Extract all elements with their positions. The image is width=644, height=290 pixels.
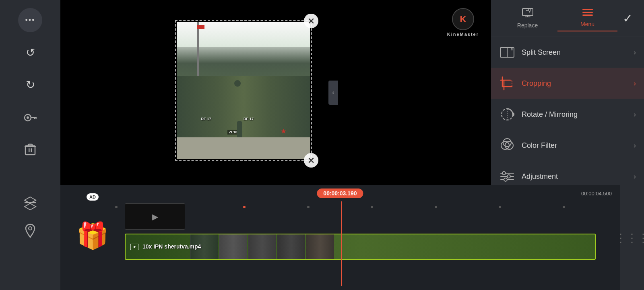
delete-button[interactable] [18, 137, 42, 161]
redo-button[interactable]: ↻ [18, 72, 42, 97]
svg-rect-9 [31, 148, 32, 152]
svg-rect-21 [504, 80, 512, 87]
svg-rect-4 [35, 117, 37, 119]
adjustment-arrow: › [634, 172, 636, 181]
crop-handle-bottom-right[interactable] [304, 153, 318, 168]
confirm-button[interactable]: ✓ [617, 8, 638, 29]
svg-rect-10 [522, 8, 533, 16]
tab-replace-label: Replace [517, 22, 538, 29]
svg-rect-12 [582, 9, 593, 10]
main-clip[interactable]: 10x IPN sherutva.mp4 [125, 234, 596, 260]
more-button[interactable]: ••• [18, 8, 42, 32]
video-preview-area: K KineMaster DF-17 DF-17 ZL103 ★ [60, 0, 491, 185]
svg-rect-5 [25, 146, 35, 155]
tab-menu-label: Menu [580, 21, 594, 27]
main-clip-label: 10x IPN sherutva.mp4 [130, 243, 201, 250]
menu-icon [582, 8, 593, 19]
key-button[interactable] [18, 105, 42, 129]
rotate-mirroring-label: Rotate / Mirroring [522, 110, 627, 119]
pin-button[interactable] [19, 220, 41, 242]
overlay-clip-icon: ▶ [152, 212, 158, 222]
undo-button[interactable]: ↺ [18, 40, 42, 64]
split-screen-icon [499, 44, 515, 60]
clip-thumbnail [306, 234, 334, 259]
svg-point-1 [27, 116, 29, 119]
right-panel: Replace Menu ✓ [491, 0, 644, 185]
end-timecode: 00:00:04.500 [581, 191, 612, 197]
kinemaster-logo: K KineMaster [447, 8, 479, 37]
rotate-mirroring-icon [499, 106, 515, 122]
panel-header: Replace Menu ✓ [491, 0, 644, 37]
svg-point-11 [528, 9, 531, 11]
clip-thumbnail [277, 234, 305, 259]
menu-item-color-filter[interactable]: Color Filter › [491, 130, 644, 161]
color-filter-arrow: › [634, 141, 636, 150]
color-filter-icon [499, 137, 515, 153]
menu-item-rotate-mirroring[interactable]: Rotate / Mirroring › [491, 99, 644, 130]
kinemaster-icon: K [452, 8, 474, 30]
svg-point-31 [502, 172, 506, 175]
ad-badge: AD [87, 193, 99, 201]
track-area: ▶ 10x IPN sherutva.mp4 [125, 201, 596, 286]
svg-point-38 [29, 227, 32, 230]
main-video-track: 10x IPN sherutva.mp4 [125, 234, 596, 260]
adjustment-icon [499, 168, 515, 184]
current-timecode: 00:00:03.190 [317, 188, 363, 198]
clip-thumbnail [219, 234, 247, 259]
timeline-dot [115, 206, 118, 208]
collapse-panel-button[interactable]: ‹ [328, 81, 338, 105]
cropping-label: Cropping [522, 79, 627, 88]
menu-item-adjustment[interactable]: Adjustment › [491, 161, 644, 185]
overlay-clip[interactable]: ▶ [125, 203, 185, 230]
clip-thumbnails [190, 234, 595, 259]
crop-overlay [175, 20, 312, 161]
crop-handle-top-right[interactable] [304, 14, 318, 28]
svg-point-33 [504, 178, 507, 181]
menu-item-split-screen[interactable]: Split Screen › [491, 37, 644, 68]
timecode-bar: 00:00:03.190 00:00:04.500 [60, 187, 620, 199]
svg-marker-36 [25, 203, 36, 210]
menu-items-list: Split Screen › Cropping › [491, 37, 644, 185]
menu-item-cropping[interactable]: Cropping › [491, 68, 644, 99]
treasure-chest-icon: 🎁 [76, 221, 109, 251]
right-edge-controls: ⋮⋮⋮ [620, 185, 644, 290]
svg-rect-2 [31, 117, 36, 118]
replace-icon [522, 8, 533, 20]
timeline-area: 00:00:03.190 00:00:04.500 AD 🎁 [60, 185, 620, 290]
tab-replace[interactable]: Replace [497, 5, 557, 32]
playhead [341, 201, 342, 286]
svg-rect-13 [582, 12, 593, 13]
ad-area: AD 🎁 [76, 193, 109, 251]
rotate-mirroring-arrow: › [634, 110, 636, 119]
svg-rect-7 [25, 146, 36, 147]
color-filter-label: Color Filter [522, 141, 627, 150]
svg-rect-3 [34, 117, 35, 119]
split-screen-label: Split Screen [522, 48, 627, 57]
svg-rect-8 [29, 148, 30, 152]
kinemaster-text: KineMaster [447, 32, 479, 37]
adjustment-label: Adjustment [522, 172, 627, 181]
split-screen-arrow: › [634, 48, 636, 57]
svg-marker-23 [513, 112, 514, 117]
layer-button[interactable] [19, 191, 41, 213]
overlay-track: ▶ [125, 203, 205, 230]
cropping-icon [499, 75, 515, 91]
tab-menu[interactable]: Menu [557, 5, 617, 31]
svg-point-27 [503, 139, 511, 147]
svg-rect-14 [582, 14, 593, 16]
left-sidebar: ••• ↺ ↻ [0, 0, 60, 185]
svg-point-32 [507, 175, 510, 178]
bottom-sidebar [0, 185, 60, 290]
cropping-arrow: › [634, 79, 636, 88]
clip-thumbnail [248, 234, 276, 259]
